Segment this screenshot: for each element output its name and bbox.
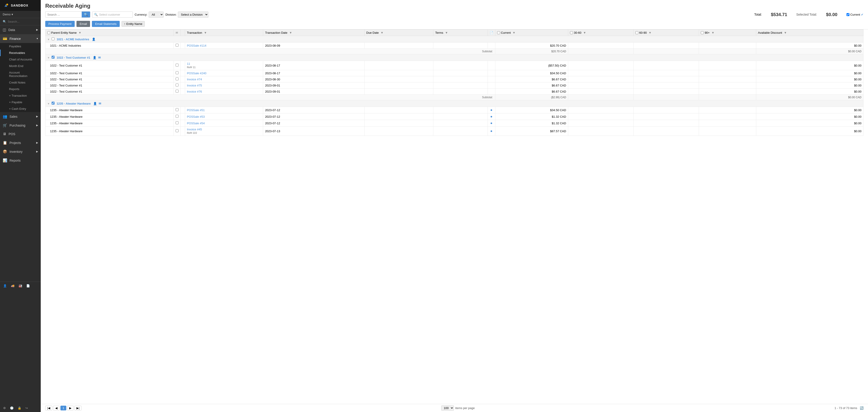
current-page[interactable]: 1 bbox=[60, 406, 66, 410]
row-checkbox[interactable] bbox=[176, 90, 179, 93]
row-checkbox-cell[interactable] bbox=[174, 126, 180, 136]
sidebar-item-inventory[interactable]: 📦 Inventory ▶ bbox=[0, 147, 41, 156]
collapse-icon[interactable]: ▼ bbox=[47, 38, 50, 41]
transaction-link[interactable]: 11 bbox=[187, 62, 190, 65]
col-30-60-checkbox[interactable] bbox=[570, 31, 573, 34]
sidebar-item-month-end[interactable]: Month End bbox=[0, 63, 41, 69]
sidebar-item-purchasing[interactable]: 🛒 Purchasing ▶ bbox=[0, 121, 41, 130]
row-checkbox[interactable] bbox=[176, 121, 179, 124]
transaction-link[interactable]: POSSale #240 bbox=[187, 71, 206, 75]
sidebar-item-credit-notes[interactable]: Credit Notes bbox=[0, 79, 41, 86]
row-checkbox-cell[interactable] bbox=[174, 89, 180, 95]
row-checkbox[interactable] bbox=[176, 71, 179, 74]
sidebar-item-finance[interactable]: 💳 Finance ▾ bbox=[0, 34, 41, 43]
email-statements-button[interactable]: Email Statemets bbox=[92, 21, 120, 27]
transaction-link[interactable]: POSSale #54 bbox=[187, 122, 205, 125]
row-checkbox[interactable] bbox=[176, 78, 179, 80]
row-checkbox[interactable] bbox=[176, 115, 179, 118]
sidebar-item-data[interactable]: ◫ Data ▶ bbox=[0, 25, 41, 34]
row-checkbox-cell[interactable] bbox=[174, 42, 180, 49]
group-checkbox[interactable] bbox=[52, 56, 55, 59]
transaction-link[interactable]: Invoice #74 bbox=[187, 78, 202, 81]
transaction-link[interactable]: POSSale #51 bbox=[187, 109, 205, 112]
sidebar-item-payables[interactable]: Payables bbox=[0, 43, 41, 50]
row-checkbox-cell[interactable] bbox=[174, 76, 180, 82]
transaction-link[interactable]: Invoice #45 bbox=[187, 128, 202, 131]
col-90plus-checkbox[interactable] bbox=[701, 31, 704, 34]
col-60-90-checkbox[interactable] bbox=[636, 31, 638, 34]
customer-email-icon[interactable]: ✉ bbox=[98, 56, 101, 59]
customer-contact-icon[interactable]: 👤 bbox=[93, 102, 97, 105]
last-page-button[interactable]: ▶| bbox=[74, 406, 82, 410]
60-90-filter-icon[interactable]: ▼ bbox=[649, 31, 651, 34]
row-checkbox-cell[interactable] bbox=[174, 120, 180, 126]
sidebar-item-reports-finance[interactable]: Reports bbox=[0, 86, 41, 92]
items-per-page-select[interactable]: 100 50 25 bbox=[441, 406, 454, 411]
customer-email-icon[interactable]: ✉ bbox=[99, 102, 101, 105]
row-checkbox-cell[interactable] bbox=[174, 82, 180, 89]
document-icon[interactable]: 📄 bbox=[26, 284, 30, 288]
group-checkbox[interactable] bbox=[52, 37, 55, 40]
transaction-link[interactable]: POSSale #53 bbox=[187, 115, 205, 118]
sidebar-search-box[interactable]: 🔍 bbox=[0, 18, 41, 25]
customer-search[interactable]: 🔍 Select customer bbox=[92, 11, 133, 18]
due-date-filter-icon[interactable]: ▼ bbox=[381, 31, 383, 34]
search-input[interactable] bbox=[45, 12, 82, 18]
email-button[interactable]: Email bbox=[76, 21, 90, 27]
available-discount-filter-icon[interactable]: ▼ bbox=[784, 31, 787, 34]
row-checkbox-cell[interactable] bbox=[174, 107, 180, 113]
row-checkbox[interactable] bbox=[176, 129, 179, 132]
refresh-icon[interactable]: 🔄 bbox=[860, 406, 864, 410]
transaction-date-filter-icon[interactable]: ▼ bbox=[289, 31, 292, 34]
row-checkbox-cell[interactable] bbox=[174, 113, 180, 120]
90plus-filter-icon[interactable]: ▼ bbox=[711, 31, 714, 34]
collapse-icon[interactable]: ▼ bbox=[47, 102, 50, 105]
entity-name-sort-button[interactable]: ↑ Entity Name bbox=[122, 21, 145, 27]
select-all-checkbox[interactable] bbox=[47, 31, 50, 34]
row-checkbox[interactable] bbox=[176, 108, 179, 111]
transaction-link[interactable]: POSSale #114 bbox=[187, 44, 206, 47]
group-checkbox[interactable] bbox=[52, 101, 55, 105]
search-button[interactable]: 🔍 bbox=[82, 11, 90, 18]
doc-filter-icon[interactable]: 📄 bbox=[490, 31, 493, 34]
customer-contact-icon[interactable]: 👤 bbox=[92, 37, 95, 41]
parent-entity-filter-icon[interactable]: ▼ bbox=[79, 31, 82, 34]
currency-dropdown[interactable]: All CAD USD bbox=[149, 11, 164, 18]
collapse-icon[interactable]: ▼ bbox=[47, 56, 50, 59]
first-page-button[interactable]: |◀ bbox=[45, 406, 52, 410]
row-checkbox[interactable] bbox=[176, 84, 179, 86]
sidebar-item-payable[interactable]: + Payable bbox=[0, 99, 41, 106]
transaction-filter-icon[interactable]: ▼ bbox=[204, 31, 207, 34]
sidebar-item-chart-of-accounts[interactable]: Chart of Accounts bbox=[0, 56, 41, 63]
sidebar-search-input[interactable] bbox=[8, 20, 38, 23]
sidebar-item-reports[interactable]: 📊 Reports bbox=[0, 156, 41, 165]
process-payment-button[interactable]: Process Payment bbox=[45, 21, 75, 27]
current-checkbox-input[interactable] bbox=[846, 13, 849, 16]
terms-filter-icon[interactable]: ▼ bbox=[445, 31, 448, 34]
customer-link[interactable]: 1021 - ACME Industries bbox=[57, 37, 89, 41]
transaction-link[interactable]: Invoice #75 bbox=[187, 84, 202, 87]
customer-link[interactable]: 1235 - Atwater Hardware bbox=[57, 102, 91, 105]
sidebar-item-projects[interactable]: 📋 Projects ▶ bbox=[0, 138, 41, 147]
logout-icon[interactable]: ↪ bbox=[25, 406, 28, 410]
current-filter-icon[interactable]: ▼ bbox=[513, 31, 516, 34]
sidebar-item-account-reconciliation[interactable]: Account Reconciliation bbox=[0, 69, 41, 79]
row-checkbox-cell[interactable] bbox=[174, 70, 180, 76]
prev-page-button[interactable]: ◀ bbox=[53, 406, 60, 410]
user-menu[interactable]: Demo ▾ bbox=[0, 11, 41, 18]
sidebar-item-pos[interactable]: 🖥 POS bbox=[0, 130, 41, 138]
settings-icon[interactable]: ⚙ bbox=[3, 406, 6, 410]
search-box[interactable]: 🔍 bbox=[45, 11, 90, 18]
30-60-filter-icon[interactable]: ▼ bbox=[583, 31, 586, 34]
row-checkbox-cell[interactable] bbox=[174, 61, 180, 70]
row-checkbox[interactable] bbox=[176, 64, 179, 66]
next-page-button[interactable]: ▶ bbox=[67, 406, 73, 410]
current-col-checkbox[interactable] bbox=[497, 31, 500, 34]
sidebar-item-cash-entry[interactable]: + Cash Entry bbox=[0, 106, 41, 112]
current-filter-checkbox[interactable]: Current ✔ bbox=[846, 13, 864, 16]
division-dropdown[interactable]: Select a Division bbox=[178, 11, 208, 18]
row-checkbox[interactable] bbox=[176, 44, 179, 47]
sidebar-item-transaction[interactable]: + Transaction bbox=[0, 92, 41, 99]
truck-icon[interactable]: 🚚 bbox=[11, 284, 14, 288]
customer-link[interactable]: 1022 - Test Customer #1 bbox=[57, 56, 90, 59]
